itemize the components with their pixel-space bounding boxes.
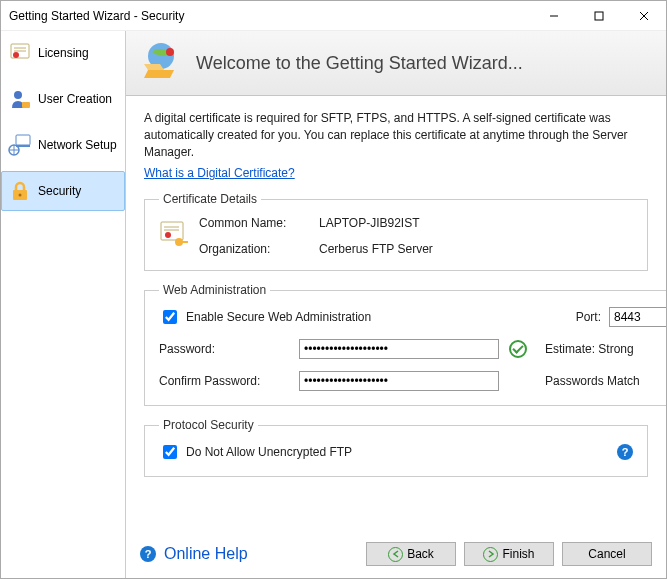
wizard-window: Getting Started Wizard - Security Licens… [0, 0, 667, 579]
sidebar-item-label: Network Setup [38, 138, 117, 152]
back-button[interactable]: Back [366, 542, 456, 566]
sidebar: Licensing User Creation Network Setup Se… [1, 31, 126, 578]
port-input[interactable] [609, 307, 666, 327]
common-name-label: Common Name: [199, 216, 319, 230]
svg-point-8 [14, 91, 22, 99]
sidebar-item-network-setup[interactable]: Network Setup [1, 125, 125, 165]
svg-rect-19 [161, 222, 183, 240]
banner: Welcome to the Getting Started Wizard... [126, 31, 666, 96]
confirm-password-label: Confirm Password: [159, 374, 289, 388]
sidebar-item-label: Licensing [38, 46, 89, 60]
svg-point-22 [165, 232, 171, 238]
online-help-link[interactable]: Online Help [164, 545, 248, 563]
web-administration-group: Web Administration Enable Secure Web Adm… [144, 283, 666, 406]
lock-icon [8, 179, 32, 203]
svg-point-23 [175, 238, 183, 246]
sidebar-item-security[interactable]: Security [1, 171, 125, 211]
enable-secure-web-admin-checkbox[interactable] [163, 310, 177, 324]
what-is-cert-link[interactable]: What is a Digital Certificate? [144, 166, 295, 180]
organization-label: Organization: [199, 242, 319, 256]
protocol-security-legend: Protocol Security [159, 418, 258, 432]
web-administration-legend: Web Administration [159, 283, 270, 297]
protocol-help-icon[interactable]: ? [617, 444, 633, 460]
finish-button[interactable]: Finish [464, 542, 554, 566]
svg-rect-9 [22, 102, 30, 108]
password-ok-icon [509, 340, 527, 358]
svg-point-18 [166, 48, 174, 56]
minimize-button[interactable] [531, 1, 576, 30]
svg-rect-24 [182, 241, 188, 243]
enable-secure-web-admin-row[interactable]: Enable Secure Web Administration [159, 307, 371, 327]
no-unencrypted-ftp-checkbox[interactable] [163, 445, 177, 459]
svg-rect-10 [16, 135, 30, 145]
no-unencrypted-ftp-row[interactable]: Do Not Allow Unencrypted FTP [159, 442, 352, 462]
banner-title: Welcome to the Getting Started Wizard... [196, 53, 523, 74]
protocol-security-group: Protocol Security Do Not Allow Unencrypt… [144, 418, 648, 477]
no-unencrypted-ftp-label: Do Not Allow Unencrypted FTP [186, 445, 352, 459]
sidebar-item-label: Security [38, 184, 81, 198]
enable-secure-web-admin-label: Enable Secure Web Administration [186, 310, 371, 324]
close-button[interactable] [621, 1, 666, 30]
sidebar-item-label: User Creation [38, 92, 112, 106]
cancel-button[interactable]: Cancel [562, 542, 652, 566]
titlebar: Getting Started Wizard - Security [1, 1, 666, 31]
sidebar-item-licensing[interactable]: Licensing [1, 33, 125, 73]
certificate-details-legend: Certificate Details [159, 192, 261, 206]
password-label: Password: [159, 342, 289, 356]
estimate-label: Estimate: Strong [545, 342, 666, 356]
help-icon: ? [140, 546, 156, 562]
passwords-match-label: Passwords Match [545, 374, 666, 388]
sidebar-item-user-creation[interactable]: User Creation [1, 79, 125, 119]
password-input[interactable] [299, 339, 499, 359]
confirm-password-input[interactable] [299, 371, 499, 391]
certificate-key-icon [159, 220, 199, 253]
window-title: Getting Started Wizard - Security [9, 9, 531, 23]
svg-point-16 [19, 194, 22, 197]
arrow-left-icon [388, 547, 403, 562]
footer: ? Online Help Back Finish Cancel [126, 530, 666, 578]
common-name-value: LAPTOP-JIB92IST [319, 216, 633, 230]
svg-point-5 [13, 52, 19, 58]
arrow-right-icon [483, 547, 498, 562]
certificate-details-group: Certificate Details Common Name: LAPTOP-… [144, 192, 648, 271]
maximize-button[interactable] [576, 1, 621, 30]
intro-text: A digital certificate is required for SF… [144, 110, 648, 160]
organization-value: Cerberus FTP Server [319, 242, 633, 256]
port-label: Port: [576, 310, 601, 324]
user-icon [8, 87, 32, 111]
svg-rect-1 [595, 12, 603, 20]
network-icon [8, 133, 32, 157]
globe-icon [140, 40, 182, 86]
certificate-icon [8, 41, 32, 65]
